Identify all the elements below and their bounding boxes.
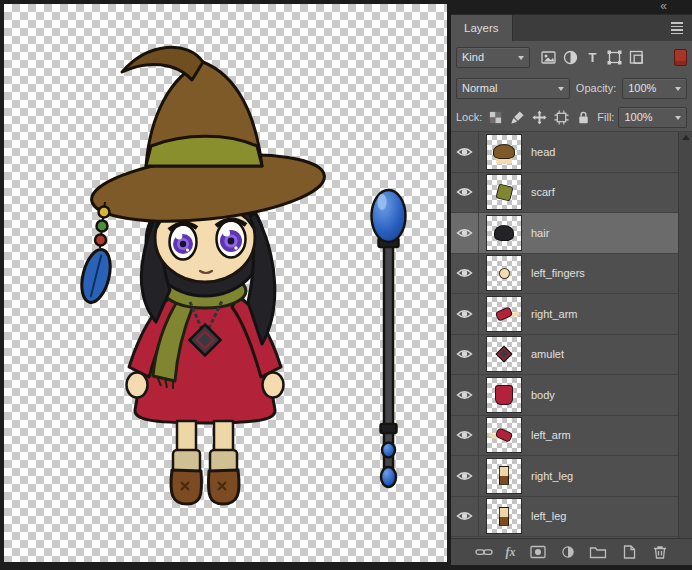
layer-thumbnail[interactable] [486,417,522,453]
layer-name[interactable]: amulet [531,348,564,360]
lock-artboard-icon[interactable] [552,108,571,127]
layer-thumbnail[interactable] [486,498,522,534]
layer-row-left_arm[interactable]: left_arm [451,416,692,457]
layer-name[interactable]: body [531,389,555,401]
chevron-down-icon [675,87,681,94]
visibility-toggle[interactable] [451,416,479,456]
chevron-down-icon [518,56,524,63]
layer-row-right_leg[interactable]: right_leg [451,456,692,497]
layer-thumbnail[interactable] [486,255,522,291]
kind-filter-value: Kind [462,51,514,63]
visibility-toggle[interactable] [451,375,479,415]
blend-row: Normal Opacity: 100% [451,73,692,103]
visibility-toggle[interactable] [451,132,479,172]
tab-bar-spacer [513,15,662,41]
tab-layers[interactable]: Layers [451,15,513,41]
lock-image-pixels-icon[interactable] [508,108,527,127]
dock-header: « [451,0,692,14]
hat-charm [77,202,115,305]
layer-row-head[interactable]: head [451,132,692,173]
layer-thumbnail[interactable] [486,377,522,413]
delete-layer-icon[interactable] [651,544,669,560]
layer-thumbnail[interactable] [486,134,522,170]
filter-row: Kind T [451,41,692,73]
layer-thumbnail[interactable] [486,458,522,494]
layer-name[interactable]: hair [531,227,549,239]
filter-adjustment-layers-icon[interactable] [561,48,580,67]
kind-filter-dropdown[interactable]: Kind [456,47,530,68]
add-layer-mask-icon[interactable] [529,544,547,560]
adjustment-layer-icon[interactable] [560,544,576,560]
lock-label: Lock: [456,111,482,123]
layer-row-amulet[interactable]: amulet [451,335,692,376]
scroll-up-icon[interactable] [682,135,690,140]
lock-row: Lock: [451,103,692,131]
lock-transparent-pixels-icon[interactable] [486,108,505,127]
layer-style-fx-icon[interactable]: fx [506,545,516,560]
character-artwork [4,4,447,562]
layer-row-right_arm[interactable]: right_arm [451,294,692,335]
document-canvas[interactable] [4,4,447,562]
fill-value: 100% [624,111,671,123]
layers-panel: Kind T [451,41,692,563]
fill-label: Fill: [597,111,614,123]
visibility-toggle[interactable] [451,335,479,375]
layer-list: head scarf hair left_fingers [451,131,692,538]
layers-bottom-bar: fx [451,538,692,565]
layer-thumbnail[interactable] [486,174,522,210]
layer-row-left_fingers[interactable]: left_fingers [451,254,692,295]
visibility-toggle[interactable] [451,456,479,496]
layer-name[interactable]: right_leg [531,470,573,482]
layer-filter-toggle[interactable] [674,49,687,66]
link-layers-icon[interactable] [475,544,493,560]
filter-pixel-layers-icon[interactable] [539,48,558,67]
fill-dropdown[interactable]: 100% [618,107,687,128]
tab-layers-label: Layers [464,22,499,34]
new-layer-icon[interactable] [620,544,638,560]
blend-mode-value: Normal [462,82,554,94]
layer-name[interactable]: right_arm [531,308,577,320]
staff [372,190,406,487]
filter-type-layers-icon[interactable]: T [583,48,602,67]
visibility-toggle[interactable] [451,497,479,537]
opacity-label: Opacity: [576,82,616,94]
visibility-toggle[interactable] [451,294,479,334]
layer-name[interactable]: left_leg [531,510,566,522]
new-group-icon[interactable] [589,544,607,560]
chevron-down-icon [675,116,681,123]
hat [88,47,327,231]
lock-icon-group [486,108,593,127]
layer-row-left_leg[interactable]: left_leg [451,497,692,538]
layer-thumbnail[interactable] [486,296,522,332]
visibility-toggle[interactable] [451,254,479,294]
layer-name[interactable]: scarf [531,186,555,198]
layer-name[interactable]: left_arm [531,429,571,441]
chevron-down-icon [558,87,564,94]
layer-row-scarf[interactable]: scarf [451,173,692,214]
filter-smart-objects-icon[interactable] [627,48,646,67]
layers-dock: « Layers Kind [451,0,692,570]
collapse-panel-icon[interactable]: « [660,0,666,13]
layer-row-hair[interactable]: hair [451,213,692,254]
visibility-toggle[interactable] [451,213,479,253]
layer-name[interactable]: head [531,146,555,158]
opacity-value: 100% [628,82,671,94]
filter-shape-layers-icon[interactable] [605,48,624,67]
panel-menu-icon[interactable] [662,15,692,41]
layer-thumbnail[interactable] [486,336,522,372]
layer-name[interactable]: left_fingers [531,267,585,279]
lock-position-icon[interactable] [530,108,549,127]
lock-all-icon[interactable] [574,108,593,127]
photoshop-window: « Layers Kind [0,0,692,570]
opacity-dropdown[interactable]: 100% [622,78,687,99]
visibility-toggle[interactable] [451,173,479,213]
layer-thumbnail[interactable] [486,215,522,251]
layer-list-scrollbar[interactable] [678,132,692,538]
svg-text:T: T [589,50,597,65]
blend-mode-dropdown[interactable]: Normal [456,78,570,99]
filter-icon-group: T [539,48,646,67]
panel-tab-bar: Layers [451,14,692,41]
layer-row-body[interactable]: body [451,375,692,416]
